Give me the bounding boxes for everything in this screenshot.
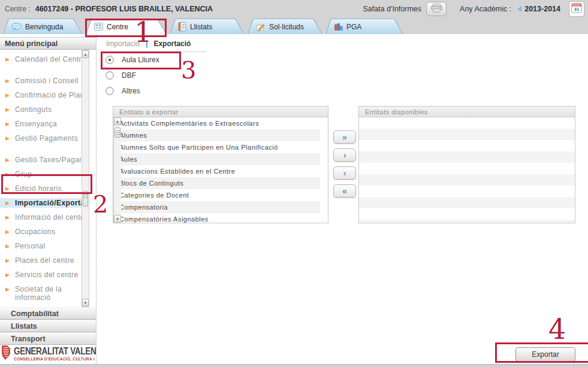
sidebar-item-label: Continguts	[15, 105, 52, 114]
year-prev-arrow-icon[interactable]	[517, 6, 521, 12]
gva-logo: GENERALITAT VALENCIANA CONSELLERIA D'EDU…	[0, 345, 96, 363]
sidebar-item-ocupacions[interactable]: ▶Ocupacions	[0, 227, 82, 236]
academic-year-value: 2013-2014	[524, 5, 560, 13]
tab-label: Centre	[107, 23, 128, 31]
radio-button-icon[interactable]	[105, 87, 114, 95]
building-icon	[94, 23, 103, 31]
sidebar-item-places-del-centre[interactable]: ▶Places del centre	[0, 256, 82, 265]
sidebar-scrollbar[interactable]: ▲▼	[82, 50, 89, 307]
sidebar-item-label: Servicis del centre	[15, 271, 79, 279]
scroll-down-button[interactable]: ▼	[114, 215, 121, 223]
sidebar-item-label: Calendari del Centre	[15, 55, 82, 63]
export-list-row[interactable]: Blocs de Continguts	[113, 177, 320, 189]
sidebar-item-label: Places del centre	[15, 256, 74, 265]
tab-sol-licituds[interactable]: Sol·licituds	[248, 19, 322, 34]
sidebar-section-transport[interactable]: Transport	[0, 332, 96, 345]
tab-centre[interactable]: Centre	[86, 19, 167, 34]
main-tabbar: BenvingudaCentreLlistatsSol·licitudsPGA	[0, 18, 588, 34]
tab-benvinguda[interactable]: Benvinguda	[3, 19, 83, 34]
export-list-row[interactable]: Compensatòries Asignables	[113, 213, 320, 223]
arrow-bullet-icon: ▶	[5, 134, 10, 142]
sidebar: Menú principal ▶Calendari del Centre▶Com…	[0, 34, 97, 364]
pencil-icon	[256, 23, 266, 31]
export-list-row[interactable]: Avaluacions Establides en el Centre	[113, 165, 320, 177]
arrow-bullet-icon: ▶	[5, 77, 10, 85]
sidebar-item-importaci-exportaci[interactable]: ▶Importació/Exportaci	[0, 198, 82, 208]
sidebar-item-servicis-del-centre[interactable]: ▶Servicis del centre	[0, 270, 82, 280]
export-format-radio-group: Aula LliurexDBFAltres	[105, 55, 159, 102]
export-list-scrollbar[interactable]: ▲▼	[113, 117, 121, 223]
tab-llistats[interactable]: Llistats	[170, 19, 245, 34]
sidebar-item-calendari-del-centre[interactable]: ▶Calendari del Centre	[0, 54, 82, 64]
sidebar-item-societat-de-la-informaci[interactable]: ▶Societat de la informació	[0, 284, 82, 302]
export-list-row[interactable]: Aules	[113, 153, 320, 165]
arrow-bullet-icon: ▶	[5, 184, 10, 193]
sidebar-section-llistats[interactable]: Llistats	[0, 320, 96, 332]
top-bar: Centre : 46017249 - PROFESOR LUIS BRAILL…	[0, 0, 588, 18]
sidebar-item-comissi-i-consell[interactable]: ▶Comissió i Consell	[0, 76, 82, 86]
scroll-up-button[interactable]: ▲	[114, 117, 121, 125]
move-left-button[interactable]: ‹	[333, 166, 356, 180]
reports-inbox-button[interactable]	[426, 2, 447, 16]
bar-chart-icon	[334, 23, 343, 31]
gva-emblem-icon	[1, 345, 11, 363]
move-right-button[interactable]: ›	[333, 148, 356, 162]
sidebar-item-informaci-del-centre[interactable]: ▶Informació del centre	[0, 213, 82, 222]
radio-altres[interactable]: Altres	[105, 86, 159, 96]
tab-label: PGA	[346, 23, 361, 31]
arrow-bullet-icon: ▶	[5, 213, 10, 222]
sidebar-item-edici-horaris[interactable]: ▶Edició horaris	[0, 184, 82, 193]
academic-year-label: Any Acadèmic :	[460, 5, 511, 13]
exportar-button[interactable]: Exportar	[515, 347, 575, 362]
export-list-row[interactable]: Categories de Docent	[113, 189, 320, 201]
sidebar-item-ensenyan-a[interactable]: ▶Ensenyança	[0, 119, 82, 129]
scroll-thumb[interactable]	[114, 128, 120, 138]
arrow-bullet-icon: ▶	[5, 242, 10, 250]
sidebar-item-gesti-pagaments[interactable]: ▶Gestió Pagaments	[0, 134, 82, 143]
scroll-up-button[interactable]: ▲	[82, 50, 89, 58]
subtab-exportaci[interactable]: Exportació	[153, 40, 191, 48]
tab-pga[interactable]: PGA	[325, 19, 403, 34]
printer-icon	[431, 4, 442, 15]
radio-label: Altres	[122, 87, 140, 95]
sidebar-section-comptabilitat[interactable]: Comptabilitat	[0, 307, 96, 320]
export-list-row[interactable]: Alumnes	[113, 129, 320, 141]
top-chrome: Centre : 46017249 - PROFESOR LUIS BRAILL…	[0, 0, 588, 34]
move-all-right-button[interactable]: »	[333, 131, 356, 144]
sidebar-item-label: Ocupacions	[15, 228, 55, 236]
subtab-importaci[interactable]: Importació	[106, 40, 140, 48]
notebook-icon	[178, 22, 186, 31]
radio-aula-lliurex[interactable]: Aula Lliurex	[105, 55, 159, 65]
export-list-row[interactable]: Activitats Complementàries o Extraescola…	[113, 117, 320, 129]
sidebar-item-label: Informació del centre	[15, 213, 82, 222]
tab-label: Sol·licituds	[269, 23, 304, 31]
centre-value: 46017249 - PROFESOR LUIS BRAILLE, VALENC…	[35, 5, 213, 13]
sidebar-item-continguts[interactable]: ▶Continguts	[0, 105, 82, 114]
gva-logo-line1: GENERALITAT VALENCIANA	[14, 345, 96, 357]
export-list-row[interactable]: Alumnes Solts que Participen en Una Plan…	[113, 141, 320, 153]
tab-label: Benvinguda	[25, 23, 63, 31]
calendar-icon: 31	[571, 2, 582, 16]
sidebar-item-label: Comissió i Consell	[15, 77, 79, 85]
sidebar-item-gesti-taxes-pagam[interactable]: ▶Gestió Taxes/Pagam	[0, 155, 82, 165]
arrow-bullet-icon: ▶	[5, 199, 10, 207]
import-export-subtabs: Importació|Exportació	[105, 40, 206, 52]
scroll-down-button[interactable]: ▼	[82, 299, 89, 307]
radio-button-icon[interactable]	[105, 56, 114, 64]
arrow-bullet-icon: ▶	[5, 228, 10, 236]
sidebar-item-personal[interactable]: ▶Personal	[0, 241, 82, 251]
sidebar-item-label: Societat de la informació	[15, 285, 82, 302]
bottom-status-strip	[0, 364, 588, 367]
subtab-separator: |	[146, 40, 147, 48]
radio-button-icon[interactable]	[105, 71, 114, 80]
calendar-button[interactable]: 31	[569, 1, 584, 17]
sidebar-item-label: Gestió Taxes/Pagam	[15, 156, 82, 164]
move-all-left-button[interactable]: «	[333, 184, 356, 198]
sidebar-item-grup[interactable]: ▶Grup	[0, 169, 82, 179]
sidebar-item-label: Grup	[15, 170, 32, 178]
sidebar-item-confirmaci-de-pla-a[interactable]: ▶Confirmació de Plaça	[0, 90, 82, 100]
scroll-thumb[interactable]	[83, 191, 88, 207]
radio-dbf[interactable]: DBF	[105, 71, 159, 80]
arrow-bullet-icon: ▶	[5, 285, 10, 302]
export-list-row[interactable]: Compensatoria	[113, 201, 320, 213]
